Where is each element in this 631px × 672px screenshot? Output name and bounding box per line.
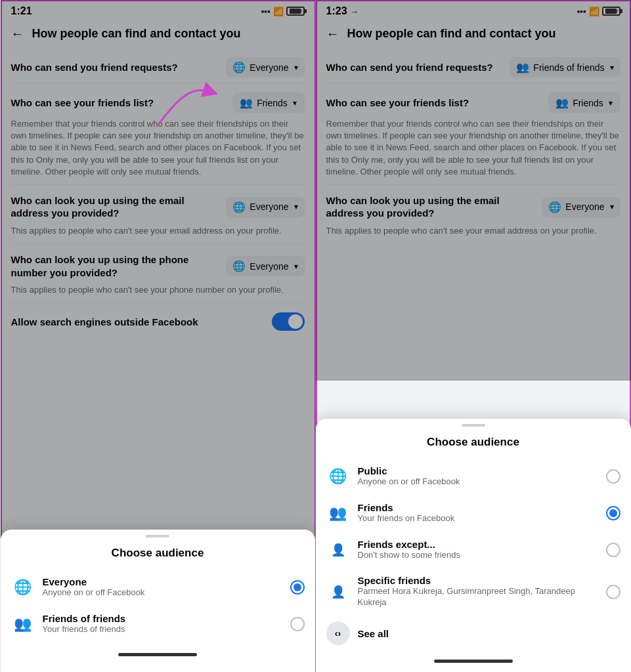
right-home-indicator: [434, 660, 513, 663]
left-everyone-sub: Anyone on or off Facebook: [43, 587, 282, 598]
right-dim-overlay: [316, 0, 631, 381]
left-everyone-text: Everyone Anyone on or off Facebook: [43, 576, 282, 598]
right-specific-name: Specific friends: [358, 575, 598, 586]
right-friends-icon: 👥: [326, 501, 350, 525]
right-friends-name: Friends: [358, 502, 598, 513]
right-see-all[interactable]: ‹› See all: [316, 615, 631, 652]
right-specific-text: Specific friends Parmeet Hora Kukreja, G…: [358, 575, 598, 608]
left-radio-fof[interactable]: [290, 617, 305, 631]
right-public-icon: 🌐: [326, 465, 350, 488]
right-radio-public[interactable]: [606, 469, 620, 484]
right-public-sub: Anyone on or off Facebook: [358, 476, 598, 488]
right-specific-icon: 👤: [326, 580, 350, 604]
right-audience-specific-friends[interactable]: 👤 Specific friends Parmeet Hora Kukreja,…: [316, 568, 631, 615]
left-everyone-icon: 🌐: [11, 576, 35, 599]
right-public-text: Public Anyone on or off Facebook: [358, 465, 598, 488]
right-audience-friends[interactable]: 👥 Friends Your friends on Facebook: [316, 495, 631, 532]
right-friends-except-sub: Don't show to some friends: [358, 550, 598, 561]
right-audience-public[interactable]: 🌐 Public Anyone on or off Facebook: [316, 458, 631, 495]
left-phone-screen: 1:21 ▪▪▪ 📶 57 ← How people can find and …: [1, 0, 316, 672]
right-friends-text: Friends Your friends on Facebook: [358, 502, 598, 524]
left-audience-everyone[interactable]: 🌐 Everyone Anyone on or off Facebook: [1, 569, 315, 606]
left-fof-text: Friends of friends Your friends of frien…: [43, 613, 282, 635]
left-fof-sub: Your friends of friends: [43, 624, 282, 635]
right-friends-sub: Your friends on Facebook: [358, 513, 598, 524]
right-phone-screen: 1:23 → ▪▪▪ 📶 57 ← How people can find an…: [316, 0, 631, 672]
right-friends-except-icon: 👤: [326, 538, 350, 562]
left-everyone-name: Everyone: [43, 576, 282, 587]
right-bottom-sheet: Choose audience 🌐 Public Anyone on or of…: [316, 419, 631, 672]
left-audience-friends-of-friends[interactable]: 👥 Friends of friends Your friends of fri…: [1, 606, 315, 642]
right-sheet-title: Choose audience: [316, 436, 631, 458]
right-specific-sub: Parmeet Hora Kukreja, Gursimranpreet Sin…: [358, 586, 598, 608]
right-public-name: Public: [358, 465, 598, 476]
right-audience-friends-except[interactable]: 👤 Friends except... Don't show to some f…: [316, 532, 631, 568]
left-fof-icon: 👥: [11, 612, 35, 636]
left-sheet-title: Choose audience: [1, 547, 315, 569]
right-radio-friends-except[interactable]: [606, 543, 620, 557]
right-see-all-icon: ‹›: [326, 621, 350, 645]
right-radio-specific[interactable]: [606, 585, 620, 599]
left-home-indicator: [118, 653, 197, 656]
left-radio-everyone[interactable]: [290, 580, 305, 595]
left-sheet-handle: [146, 535, 169, 537]
screens-container: 1:21 ▪▪▪ 📶 57 ← How people can find and …: [0, 0, 631, 672]
right-radio-friends[interactable]: [606, 506, 620, 520]
left-fof-name: Friends of friends: [43, 613, 282, 624]
right-friends-except-name: Friends except...: [358, 539, 598, 550]
right-sheet-handle: [462, 424, 485, 427]
right-see-all-label: See all: [358, 628, 389, 639]
right-friends-except-text: Friends except... Don't show to some fri…: [358, 539, 598, 561]
left-bottom-sheet: Choose audience 🌐 Everyone Anyone on or …: [1, 530, 315, 672]
